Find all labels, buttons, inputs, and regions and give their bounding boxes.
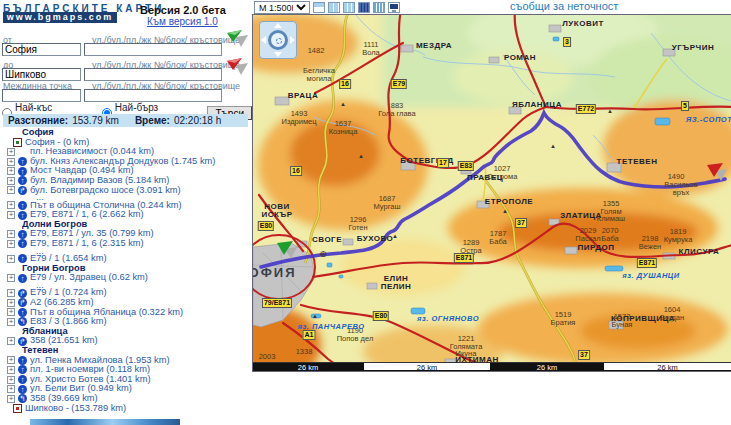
pan-left-icon[interactable] — [261, 36, 266, 44]
expand-icon[interactable]: + — [7, 211, 15, 219]
pan-ring-icon[interactable] — [268, 30, 288, 50]
direction-text[interactable]: Е79, Е871 / 1, 6 (2.662 km) — [30, 210, 144, 219]
expand-icon[interactable]: + — [7, 240, 15, 248]
direction-step-row: +↑Път в община Ябланица (0.322 km) — [7, 308, 252, 318]
map-size-4-selected-icon[interactable] — [358, 2, 370, 13]
turn-right-icon: ↱ — [18, 298, 27, 307]
pan-right-icon[interactable] — [290, 36, 295, 44]
expand-icon[interactable]: + — [7, 318, 15, 326]
version-1-link[interactable]: Към версия 1.0 — [147, 16, 218, 27]
direction-text[interactable]: 358 (21.651 km) — [30, 336, 98, 345]
expand-icon[interactable]: + — [7, 337, 15, 345]
direction-text[interactable]: Е79, Е871 / ул. 35 (0.799 km) — [30, 229, 154, 238]
pan-up-icon[interactable] — [274, 23, 282, 28]
expand-icon[interactable]: + — [7, 230, 15, 238]
expand-icon[interactable]: + — [7, 186, 15, 194]
from-input[interactable] — [2, 43, 81, 56]
start-flag-icon — [226, 30, 250, 50]
map-pan-control[interactable] — [259, 21, 297, 59]
direction-step-row: +↑ул. Христо Ботев (1.401 km) — [7, 375, 252, 385]
expand-icon[interactable]: + — [7, 167, 15, 175]
direction-text[interactable]: Е83 / 3 (1.866 km) — [30, 317, 106, 326]
expand-icon[interactable]: + — [7, 289, 15, 297]
direction-step-row: +↱Е79 / 1 (0.724 km) — [7, 288, 252, 298]
direction-text[interactable]: ул. Пенка Михайлова (1.953 km) — [30, 356, 170, 365]
direction-text[interactable]: пл. 1-ви ноември (0.118 km) — [30, 365, 150, 374]
expand-icon[interactable]: + — [7, 177, 15, 185]
map-size-5-icon[interactable] — [373, 2, 385, 13]
direction-text[interactable]: Е79 / 1 (0.724 km) — [30, 288, 106, 297]
direction-section-row: Горни Богров — [22, 264, 252, 274]
map-size-2-icon[interactable] — [328, 2, 340, 13]
expand-icon[interactable]: + — [7, 299, 15, 307]
direction-text[interactable]: София - (0 km) — [25, 138, 89, 147]
expand-icon[interactable]: + — [7, 158, 15, 166]
direction-step-row: +↱бул. Ботевградско шосе (3.091 km) — [7, 186, 252, 196]
direction-text[interactable]: Е79, Е871 / 1, 6 (2.315 km) — [30, 239, 144, 248]
direction-step-row: +↑Мост Чавдар (0.494 km) — [7, 166, 252, 176]
map-scale-select[interactable]: М 1:500К — [254, 1, 310, 14]
direction-step-row: +↑Е79 / 1 (1.654 km) — [7, 254, 252, 264]
direction-text[interactable]: Път в община Ябланица (0.322 km) — [30, 308, 183, 317]
expand-icon[interactable]: + — [7, 255, 15, 263]
expand-icon[interactable]: + — [7, 356, 15, 364]
turn-left-icon: ↰ — [18, 317, 27, 326]
expand-icon[interactable]: + — [7, 395, 15, 403]
to-input[interactable] — [2, 68, 81, 81]
direction-text[interactable]: ул. Бели Вит (0.949 km) — [30, 384, 132, 393]
directions-list: СофияСофия - (0 km)+пл. Независимост (0.… — [0, 128, 252, 413]
via-input[interactable] — [2, 89, 81, 102]
map-size-3-icon[interactable] — [343, 2, 355, 13]
distance-label: Разстояние: — [8, 115, 68, 126]
fullscreen-icon[interactable] — [388, 2, 400, 13]
turn-up-icon: ↑ — [18, 239, 27, 248]
direction-text[interactable]: Шипково - (153.789 km) — [25, 404, 126, 413]
route-summary-bar: Разстояние: 153.79 km Време: 02:20:18 h — [3, 114, 248, 127]
direction-step-row: +↑Е79, Е871 / ул. 35 (0.799 km) — [7, 229, 252, 239]
pan-down-icon[interactable] — [274, 52, 282, 57]
turn-up-icon: ↑ — [18, 274, 27, 283]
turn-up-icon: ↑ — [18, 176, 27, 185]
map-canvas[interactable]: ВРАЦАМЕЗДРАРОМАНЛУКОВИТУГЪРЧИНСВОГЕБОТЕВ… — [252, 14, 731, 372]
direction-text[interactable]: пл. Независимост (0.044 km) — [30, 147, 154, 156]
direction-text[interactable]: Е79 / ул. Здравец (0.62 km) — [30, 273, 148, 282]
direction-step-row: +↱А2 (66.285 km) — [7, 298, 252, 308]
bgmaps-app: БЪЛГАРСКИТЕ КАРТИ www.bgmaps.com Версия … — [0, 0, 731, 425]
expand-icon[interactable]: + — [7, 274, 15, 282]
direction-text[interactable]: бул. Ботевградско шосе (3.091 km) — [30, 186, 181, 195]
expand-icon[interactable]: + — [7, 385, 15, 393]
expand-icon[interactable]: + — [7, 308, 15, 316]
map-size-1-icon[interactable] — [313, 2, 325, 13]
banner-image — [30, 419, 180, 425]
direction-text[interactable]: бул. Владимир Вазов (5.184 km) — [30, 176, 169, 185]
direction-text[interactable]: ул. Христо Ботев (1.401 km) — [30, 375, 151, 384]
time-value: 02:20:18 h — [174, 115, 221, 126]
turn-up-icon: ↑ — [18, 211, 27, 220]
scale-segment: 26 km — [253, 363, 363, 371]
site-url-logo[interactable]: www.bgmaps.com — [3, 12, 117, 23]
expand-icon[interactable]: + — [7, 366, 15, 374]
expand-icon[interactable]: + — [7, 201, 15, 209]
direction-section-row: София — [22, 128, 252, 138]
direction-step-row: +↑ул. Пенка Михайлова (1.953 km) — [7, 356, 252, 366]
map-scale-bar: 26 km26 km26 km26 km — [253, 362, 731, 371]
report-inaccuracy-link[interactable]: съобщи за неточност — [510, 0, 618, 12]
direction-step-row: +↑Е79, Е871 / 1, 6 (2.315 km) — [7, 239, 252, 249]
direction-step-row: +↑Е79 / ул. Здравец (0.62 km) — [7, 273, 252, 283]
to-street-input[interactable] — [84, 68, 222, 81]
direction-text[interactable]: Е79 / 1 (1.654 km) — [30, 254, 106, 263]
direction-step-row: +↑бул. Владимир Вазов (5.184 km) — [7, 176, 252, 186]
via-street-input[interactable] — [84, 89, 222, 102]
direction-section-row: Ябланица — [22, 327, 252, 337]
direction-text[interactable]: 358 (39.669 km) — [30, 394, 98, 403]
turn-up-icon: ↑ — [18, 365, 27, 374]
version-label: Версия 2.0 бета — [140, 4, 226, 16]
expand-icon[interactable]: + — [7, 148, 15, 156]
direction-text[interactable]: бул. Княз Александър Дондуков (1.745 km) — [30, 157, 215, 166]
expand-icon[interactable]: + — [7, 376, 15, 384]
from-street-input[interactable] — [84, 43, 222, 56]
direction-text[interactable]: А2 (66.285 km) — [30, 298, 94, 307]
direction-step-row: +↰Е83 / 3 (1.866 km) — [7, 317, 252, 327]
direction-text[interactable]: Път в община Столична (0.244 km) — [30, 201, 182, 210]
direction-text[interactable]: Мост Чавдар (0.494 km) — [30, 166, 134, 175]
